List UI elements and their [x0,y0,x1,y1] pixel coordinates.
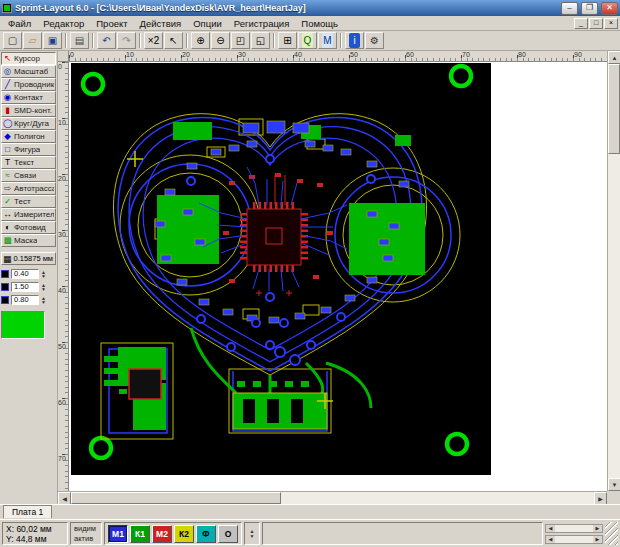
print-button[interactable]: ▤ [70,32,89,49]
new-file-button[interactable]: ▢ [3,32,22,49]
resize-grip[interactable] [605,522,618,545]
menu-registration[interactable]: Регистрация [228,17,296,30]
pcb-canvas[interactable] [69,62,607,491]
tool-icon: ◎ [3,66,12,77]
layer-k2-button[interactable]: К2 [174,525,194,543]
tool-text[interactable]: Т Текст [1,156,56,169]
minimize-button[interactable]: – [561,2,578,15]
horizontal-scroll-thumb[interactable] [71,492,281,504]
zoom-x2-button[interactable]: ×2 [144,32,163,49]
vertical-scroll-thumb[interactable] [608,64,620,154]
mini-track-1[interactable] [555,525,593,532]
layer-stepper[interactable]: ▲ ▼ [244,522,260,545]
ruler-horizontal: 0102030405060708090 [69,51,607,62]
mini-track-2[interactable] [555,536,593,543]
size-stepper[interactable]: ▲▼ [41,283,46,291]
info-button[interactable]: i [345,32,364,49]
layer-f-button[interactable]: Ф [196,525,216,543]
layer-k1-button[interactable]: К1 [130,525,150,543]
tool-circle-arc[interactable]: ◯ Круг/Дуга [1,117,56,130]
toolbar-button[interactable] [273,33,275,48]
zoom-out-button[interactable]: ⊖ [211,32,230,49]
grid-selector[interactable]: ▦ 0.15875 мм [1,252,56,265]
tool-connections[interactable]: ≈ Связи [1,169,56,182]
toolbar-button[interactable] [340,33,342,48]
size-value-row[interactable]: 1.50 ▲▼ [1,281,56,293]
tool-polygon[interactable]: ◆ Полигон [1,130,56,143]
tool-shape[interactable]: □ Фигура [1,143,56,156]
menu-actions[interactable]: Действия [134,17,188,30]
tool-autoroute[interactable]: ⇨ Автотрасса [1,182,56,195]
mini-left-icon[interactable]: ◀ [546,525,555,532]
toolbar-button[interactable] [139,33,141,48]
size-stepper[interactable]: ▲▼ [41,270,46,278]
tool-cursor[interactable]: ↖ Курсор [1,52,56,65]
grid-toggle-button[interactable]: ⊞ [278,32,297,49]
tool-photoview[interactable]: ◐ Фотовид [1,221,56,234]
pcb-board[interactable] [71,63,491,475]
size-value[interactable]: 0.40 [11,269,39,279]
size-value-row[interactable]: 0.40 ▲▼ [1,268,56,280]
open-button[interactable]: ▱ [23,32,42,49]
zoom-window-button[interactable]: ◰ [231,32,250,49]
tool-test[interactable]: ✓ Тест [1,195,56,208]
menu-options[interactable]: Опции [187,17,228,30]
horizontal-scroll-track[interactable] [281,492,594,504]
zoom-in-button[interactable]: ⊕ [191,32,210,49]
layer-m1-button[interactable]: М1 [108,525,128,543]
toolbar-icon: ↷ [121,33,132,48]
photo-view-button[interactable]: Q [298,32,317,49]
tool-zoom[interactable]: ◎ Масштаб [1,65,56,78]
ruler-vertical: 010203040506070 [58,62,69,491]
layer-m2-button[interactable]: М2 [152,525,172,543]
tool-pad[interactable]: ◉ Контакт [1,91,56,104]
app-icon [2,3,12,13]
stepper-down-icon[interactable]: ▼ [250,534,255,539]
toolbar-button[interactable] [186,33,188,48]
ruler-number: 90 [573,51,607,61]
mdi-restore-button[interactable]: □ [589,18,603,29]
vertical-scroll-track[interactable] [608,154,620,478]
mini-scrollbar-1[interactable]: ◀ ▶ [545,524,603,533]
mini-right-icon-2[interactable]: ▶ [593,536,602,543]
mdi-minimize-button[interactable]: _ [574,18,588,29]
cursor-y-value: Y: 44,8 мм [6,534,64,544]
tool-smd-pad[interactable]: ▮ SMD-конт. [1,104,56,117]
vertical-scrollbar[interactable]: ▲ ▼ [607,51,620,491]
menu-file[interactable]: Файл [2,17,37,30]
horizontal-scrollbar[interactable]: ◀ ▶ [58,491,607,504]
tab-board-1[interactable]: Плата 1 [3,505,52,518]
menu-project[interactable]: Проект [90,17,133,30]
scroll-down-button[interactable]: ▼ [608,478,620,491]
menu-editor[interactable]: Редактор [37,17,90,30]
close-button[interactable]: ✕ [601,2,618,15]
tool-track[interactable]: ╱ Проводник [1,78,56,91]
size-stepper[interactable]: ▲▼ [41,296,46,304]
pointer-button[interactable]: ↖ [164,32,183,49]
mdi-close-button[interactable]: × [604,18,618,29]
redo-button[interactable]: ↷ [117,32,136,49]
toolbar-button[interactable] [65,33,67,48]
toolbar-button[interactable] [92,33,94,48]
tool-measure[interactable]: ↔ Измеритель [1,208,56,221]
size-value-row[interactable]: 0.80 ▲▼ [1,294,56,306]
maximize-button[interactable]: ❐ [581,2,598,15]
metallization-button[interactable]: М [318,32,337,49]
mini-scrollbar-2[interactable]: ◀ ▶ [545,535,603,544]
zoom-all-button[interactable]: ◱ [251,32,270,49]
size-value[interactable]: 0.80 [11,295,39,305]
mini-right-icon[interactable]: ▶ [593,525,602,532]
ruler-number: 60 [58,398,68,454]
undo-button[interactable]: ↶ [97,32,116,49]
tool-label: Курсор [14,54,40,63]
settings-button[interactable]: ⚙ [365,32,384,49]
active-layer-color-swatch[interactable] [1,311,45,339]
scroll-up-button[interactable]: ▲ [608,51,620,64]
mini-left-icon-2[interactable]: ◀ [546,536,555,543]
toolbar-icon: М [322,33,333,48]
layer-o-button[interactable]: О [218,525,238,543]
size-value[interactable]: 1.50 [11,282,39,292]
save-button[interactable]: ▣ [43,32,62,49]
tool-mask[interactable]: ▩ Маска [1,234,56,247]
menu-help[interactable]: Помощь [295,17,344,30]
